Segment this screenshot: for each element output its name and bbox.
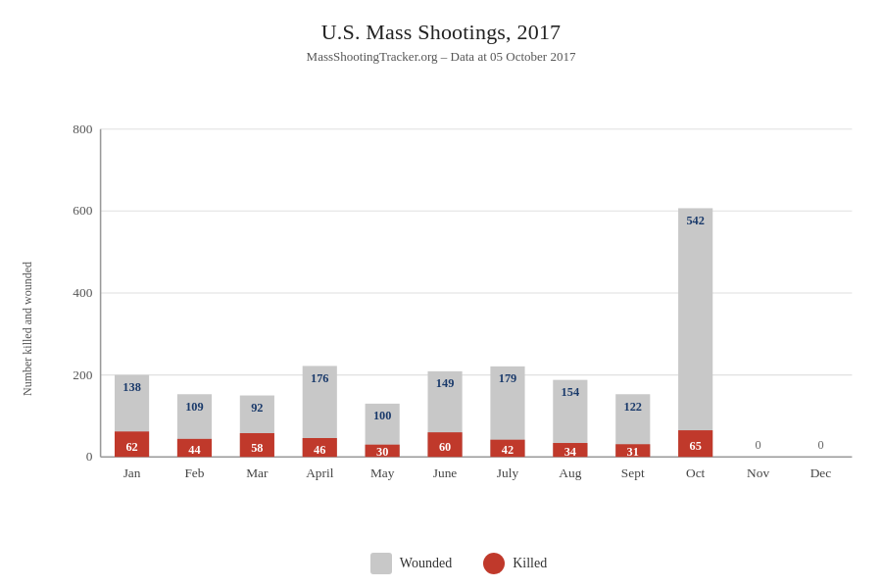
svg-text:July: July [497, 466, 519, 480]
chart-container: U.S. Mass Shootings, 2017 MassShootingTr… [0, 0, 882, 588]
svg-text:Mar: Mar [246, 466, 269, 480]
chart-area: Number killed and wounded 02004006008001… [10, 78, 872, 578]
svg-text:0: 0 [817, 438, 823, 452]
svg-text:Dec: Dec [810, 466, 832, 480]
svg-text:154: 154 [562, 385, 580, 399]
svg-text:65: 65 [689, 439, 701, 453]
killed-label: Killed [513, 556, 547, 571]
svg-text:Feb: Feb [184, 466, 204, 480]
svg-text:May: May [370, 466, 395, 480]
legend-wounded: Wounded [370, 553, 452, 574]
chart-subtitle: MassShootingTracker.org – Data at 05 Oct… [307, 49, 576, 65]
plot-area: 020040060080013862Jan10944Feb9258Mar1764… [45, 78, 872, 578]
svg-text:Oct: Oct [686, 466, 706, 480]
svg-text:46: 46 [314, 443, 325, 457]
svg-text:April: April [306, 466, 334, 480]
svg-text:149: 149 [436, 376, 455, 390]
svg-text:109: 109 [185, 400, 204, 414]
svg-text:Sept: Sept [621, 466, 645, 480]
svg-text:122: 122 [624, 400, 643, 414]
svg-text:31: 31 [627, 445, 639, 459]
wounded-swatch [370, 553, 392, 574]
svg-text:60: 60 [439, 440, 451, 454]
killed-swatch [483, 553, 505, 574]
svg-text:44: 44 [188, 443, 200, 457]
svg-text:34: 34 [564, 445, 576, 459]
svg-text:100: 100 [373, 409, 392, 422]
svg-text:58: 58 [251, 441, 263, 455]
y-axis-label-wrap: Number killed and wounded [10, 78, 45, 578]
svg-text:176: 176 [311, 371, 329, 385]
y-axis-label: Number killed and wounded [21, 262, 35, 396]
svg-text:200: 200 [73, 368, 92, 382]
svg-text:138: 138 [122, 380, 141, 394]
legend-killed: Killed [483, 553, 547, 574]
svg-text:Jan: Jan [123, 466, 141, 480]
chart-title: U.S. Mass Shootings, 2017 [321, 20, 562, 45]
svg-text:June: June [433, 466, 458, 480]
svg-text:400: 400 [73, 285, 92, 300]
svg-text:0: 0 [755, 438, 760, 452]
svg-text:Aug: Aug [559, 466, 581, 480]
svg-text:600: 600 [73, 203, 92, 218]
legend: Wounded Killed [45, 543, 872, 578]
svg-text:42: 42 [502, 443, 514, 457]
svg-text:Nov: Nov [747, 466, 769, 480]
grid-and-bars: 020040060080013862Jan10944Feb9258Mar1764… [45, 78, 872, 543]
svg-text:542: 542 [686, 214, 705, 227]
svg-rect-56 [678, 208, 712, 457]
svg-text:179: 179 [499, 371, 517, 385]
svg-text:800: 800 [73, 122, 92, 136]
svg-text:92: 92 [251, 401, 263, 415]
wounded-label: Wounded [400, 556, 452, 571]
svg-text:30: 30 [376, 445, 388, 459]
svg-text:62: 62 [125, 440, 137, 454]
chart-svg: 020040060080013862Jan10944Feb9258Mar1764… [45, 78, 872, 543]
svg-text:0: 0 [86, 449, 93, 464]
